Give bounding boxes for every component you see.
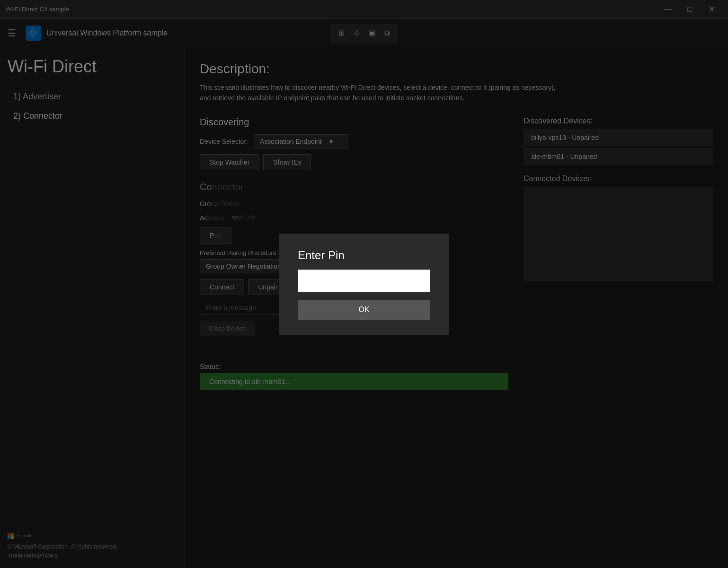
modal-ok-button[interactable]: OK (298, 300, 430, 320)
modal-overlay: Enter Pin OK (0, 0, 728, 568)
modal-title: Enter Pin (298, 249, 430, 262)
pin-input[interactable] (298, 270, 430, 292)
modal-dialog: Enter Pin OK (279, 234, 449, 335)
